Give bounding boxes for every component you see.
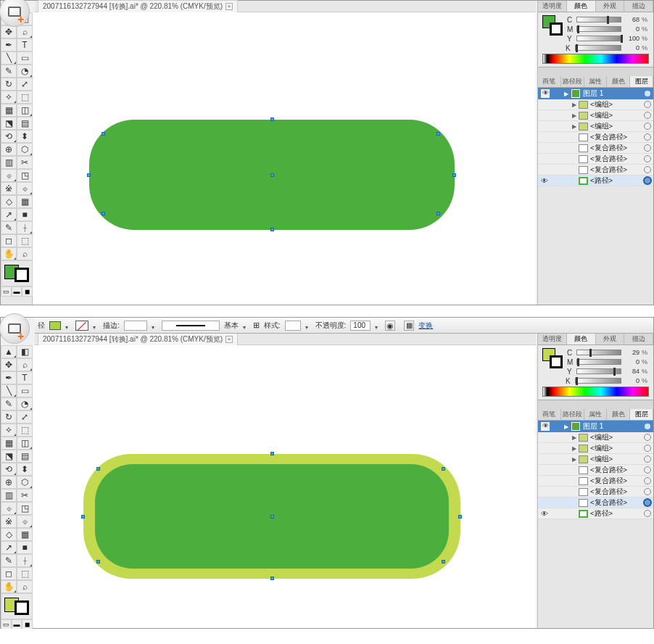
close-tab-icon[interactable]: × — [225, 336, 233, 343]
document-tab[interactable]: 2007116132727944 [转换].ai* @ 220.81% (CMY… — [38, 333, 238, 345]
tool-33[interactable]: ⟊ — [17, 221, 33, 234]
panel-tab[interactable]: 图层 — [630, 76, 653, 87]
selection-handle[interactable] — [442, 467, 445, 471]
selection-handle[interactable] — [452, 173, 456, 177]
panel-tab[interactable]: 路径段 — [561, 76, 584, 87]
tool-35[interactable]: ⬚ — [17, 567, 33, 580]
layer-row[interactable]: <复合路径> — [538, 465, 653, 476]
tool-22[interactable]: ▥ — [1, 156, 17, 169]
tool-24[interactable]: ⟐ — [1, 502, 17, 515]
selection-handle[interactable] — [87, 173, 91, 177]
target-icon[interactable] — [644, 166, 651, 173]
dropdown-icon[interactable] — [93, 323, 99, 329]
visibility-icon[interactable]: 👁 — [541, 422, 550, 431]
tool-30[interactable]: ↗ — [1, 541, 17, 554]
tool-7[interactable]: ▭ — [17, 51, 33, 65]
target-icon[interactable] — [644, 101, 651, 108]
cmyk-slider[interactable] — [576, 368, 621, 374]
tool-21[interactable]: ⬡ — [17, 476, 33, 489]
tool-14[interactable]: ▦ — [1, 437, 17, 450]
selection-handle[interactable] — [102, 132, 105, 136]
dropdown-icon[interactable] — [375, 323, 381, 329]
layer-row[interactable]: <复合路径> — [538, 165, 653, 176]
stroke-swatch[interactable] — [550, 355, 563, 368]
layer-row[interactable]: <复合路径> — [538, 498, 653, 508]
stroke-swatch[interactable] — [550, 22, 563, 36]
target-icon[interactable] — [644, 455, 651, 463]
tool-27[interactable]: ⟐ — [17, 182, 33, 195]
tool-11[interactable]: ⤢ — [17, 410, 33, 424]
target-icon[interactable] — [644, 144, 651, 152]
tool-9[interactable]: ◔ — [17, 65, 33, 78]
style-swatch[interactable] — [285, 321, 301, 331]
dropdown-icon[interactable] — [305, 323, 311, 329]
fill-stroke-control[interactable] — [1, 593, 33, 619]
target-icon[interactable] — [644, 477, 651, 484]
visibility-icon[interactable]: 👁 — [541, 89, 550, 98]
tool-28[interactable]: ◇ — [1, 528, 17, 541]
target-icon[interactable] — [644, 133, 651, 141]
layer-header[interactable]: 👁 ▶ 图层 1 — [538, 421, 653, 432]
tool-27[interactable]: ⟐ — [17, 515, 33, 528]
tool-18[interactable]: ⟲ — [1, 130, 17, 143]
selection-handle[interactable] — [96, 560, 100, 564]
align-icon[interactable]: ▦ — [404, 321, 414, 331]
brush-stroke-preview[interactable] — [162, 321, 220, 331]
tool-20[interactable]: ⊕ — [1, 476, 17, 489]
tool-20[interactable]: ⊕ — [1, 143, 17, 156]
tool-23[interactable]: ✂ — [17, 489, 33, 502]
tool-33[interactable]: ⟊ — [17, 554, 33, 567]
color-spectrum[interactable] — [542, 54, 649, 64]
tool-32[interactable]: ✎ — [1, 554, 17, 567]
tool-17[interactable]: ▤ — [17, 117, 33, 130]
layer-row[interactable]: ▶<编组> — [538, 121, 653, 132]
layer-row[interactable]: 👁<路径> — [538, 508, 653, 519]
tool-10[interactable]: ↻ — [1, 78, 17, 91]
tool-32[interactable]: ✎ — [1, 221, 17, 234]
selection-handle[interactable] — [442, 560, 445, 564]
target-dot[interactable] — [645, 424, 650, 429]
tool-25[interactable]: ◳ — [17, 502, 33, 515]
tool-17[interactable]: ▤ — [17, 450, 33, 463]
screen-mode-icon[interactable]: ▭ — [1, 286, 12, 297]
layer-row[interactable]: ▶<编组> — [538, 454, 653, 465]
panel-tab[interactable]: 属性 — [584, 76, 608, 87]
panel-tab[interactable]: 透明度 — [538, 1, 567, 12]
target-icon[interactable] — [644, 510, 651, 517]
panel-tab[interactable]: 透明度 — [538, 334, 567, 344]
target-icon[interactable] — [644, 488, 651, 495]
tool-19[interactable]: ⬍ — [17, 130, 33, 143]
canvas[interactable] — [33, 345, 536, 628]
cmyk-slider[interactable] — [575, 45, 621, 51]
selection-handle[interactable] — [102, 212, 105, 215]
tool-4[interactable]: ✒ — [1, 371, 17, 384]
tool-16[interactable]: ⬔ — [1, 117, 17, 130]
panel-tab[interactable]: 画笔 — [538, 409, 561, 420]
screen-mode-icon[interactable]: ▭ — [1, 619, 12, 629]
tool-34[interactable]: ◻ — [1, 567, 17, 580]
selection-handle[interactable] — [270, 117, 274, 121]
tool-12[interactable]: ✧ — [1, 91, 17, 104]
dropdown-icon[interactable] — [152, 323, 157, 329]
tool-1[interactable]: ◧ — [17, 345, 33, 358]
tool-37[interactable]: ⌕ — [17, 247, 33, 260]
target-icon[interactable] — [644, 155, 651, 162]
selection-handle[interactable] — [270, 452, 274, 455]
target-icon[interactable] — [644, 466, 651, 474]
tool-3[interactable]: ⌕ — [17, 25, 33, 38]
panel-tab[interactable]: 画笔 — [538, 76, 561, 87]
panel-tab[interactable]: 外观 — [596, 334, 625, 344]
tool-22[interactable]: ▥ — [1, 489, 17, 502]
selection-handle[interactable] — [81, 515, 85, 519]
fill-stroke-swatches[interactable] — [542, 348, 563, 368]
panel-tab[interactable]: 颜色 — [567, 1, 596, 12]
target-icon[interactable] — [644, 445, 651, 452]
panel-tab[interactable]: 描边 — [624, 334, 653, 344]
visibility-toggle[interactable]: 👁 — [539, 177, 550, 185]
layer-row[interactable]: <复合路径> — [538, 476, 653, 487]
selection-handle[interactable] — [270, 577, 274, 580]
selection-handle[interactable] — [436, 212, 440, 215]
tool-6[interactable]: ╲ — [1, 384, 17, 397]
tool-30[interactable]: ↗ — [1, 208, 17, 221]
tool-26[interactable]: ※ — [1, 182, 17, 195]
